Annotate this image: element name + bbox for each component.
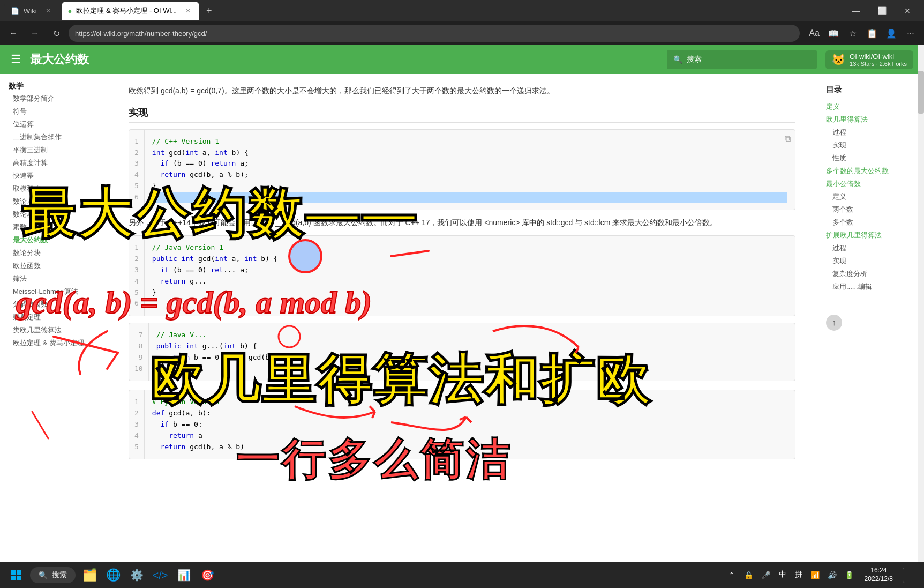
lang-pin-icon[interactable]: 拼 — [792, 568, 806, 583]
sidebar-item-factor[interactable]: 分解质因数 — [0, 298, 107, 311]
search-box[interactable]: 🔍 搜索 — [667, 50, 817, 69]
python-code-content: # Python Version def gcd(a, b): if b == … — [145, 390, 795, 459]
toc-item-definition[interactable]: 定义 — [826, 100, 915, 113]
toc-sub-multi-nums[interactable]: 多个数 — [826, 216, 915, 229]
sidebar-item-highprec[interactable]: 高精度计算 — [0, 157, 107, 169]
taskbar-right: ⌃ 🔒 🎤 中 拼 📶 🔊 🔋 16:24 2022/12/8 — [724, 565, 918, 584]
show-desktop[interactable] — [903, 568, 918, 583]
vpn-icon[interactable]: 🔒 — [741, 568, 756, 583]
github-info: OI-wiki/OI-wiki 13k Stars · 2.6k Forks — [850, 53, 907, 67]
sidebar-item-symbol[interactable]: 符号 — [0, 105, 107, 118]
toc-sub-property[interactable]: 性质 — [826, 152, 915, 165]
toc-sub-impl[interactable]: 实现 — [826, 139, 915, 152]
toc-sub-two-nums[interactable]: 两个数 — [826, 203, 915, 216]
toc-sub-process[interactable]: 过程 — [826, 126, 915, 139]
read-aloud-icon[interactable]: Aa — [805, 24, 823, 42]
taskbar-icon-app1[interactable]: 📊 — [174, 565, 193, 585]
cpp-line-numbers: 123456 — [129, 130, 145, 210]
hamburger-icon[interactable]: ☰ — [11, 53, 21, 66]
sidebar-item-sieve[interactable]: 筛法 — [0, 272, 107, 285]
collections-icon[interactable]: 📋 — [863, 24, 881, 42]
sidebar-item-intro[interactable]: 数学部分简介 — [0, 92, 107, 105]
address-bar[interactable]: https://oi-wiki.org/math/number-theory/g… — [69, 25, 800, 42]
content-area: 欧然得到 gcd(a,b) = gcd(0,7)。这里两个数的大小是不会增大的，… — [107, 74, 817, 588]
cpp-code-block: ⧉ 123456 // C++ Version 1 int gcd(int a,… — [129, 129, 795, 210]
toc-item-multi-gcd[interactable]: 多个数的最大公约数 — [826, 165, 915, 177]
battery-icon[interactable]: 🔋 — [842, 568, 857, 583]
toc-sub-ext-impl[interactable]: 实现 — [826, 255, 915, 267]
taskbar-icon-code[interactable]: </> — [151, 565, 170, 585]
start-button[interactable] — [6, 565, 26, 585]
sidebar-item-numbase[interactable]: 数论基础 — [0, 208, 107, 221]
clock-date: 2022/12/8 — [865, 575, 893, 584]
toc-sub-lcm-def[interactable]: 定义 — [826, 190, 915, 203]
svg-rect-8 — [11, 576, 16, 580]
sidebar-item-bitop[interactable]: 位运算 — [0, 118, 107, 131]
taskbar-search[interactable]: 🔍 搜索 — [30, 567, 76, 583]
taskbar-icon-files[interactable]: 🗂️ — [80, 565, 99, 585]
tab-wiki-close[interactable]: ✕ — [43, 6, 53, 16]
middle-text: 另外，对于 C++14，我们可能会使用自带的 __gcd(a,b) 函数求最大公… — [129, 217, 795, 229]
new-tab-button[interactable]: + — [201, 3, 216, 18]
sidebar-item-meissel[interactable]: Meissel-Lehmer 算法 — [0, 285, 107, 298]
tab-oi-favicon: ● — [68, 7, 72, 15]
clock[interactable]: 16:24 2022/12/8 — [861, 565, 896, 584]
page: ☰ 最大公约数 🔍 搜索 🐱 OI-wiki/OI-wiki 13k Stars… — [0, 45, 924, 588]
sidebar-item-divseg[interactable]: 数论分块 — [0, 247, 107, 259]
close-button[interactable]: ✕ — [895, 0, 920, 21]
java2-line-numbers: 78910 — [129, 323, 149, 381]
sidebar-item-prime[interactable]: 素数 — [0, 221, 107, 234]
tab-bar: 📄 Wiki ✕ ● 欧拉定理 & 赛马小定理 - OI Wi... ✕ + —… — [0, 0, 924, 21]
tab-wiki[interactable]: 📄 Wiki ✕ — [4, 2, 59, 20]
toc-sub-complexity[interactable]: 复杂度分析 — [826, 267, 915, 280]
profile-icon[interactable]: 👤 — [882, 24, 900, 42]
maximize-button[interactable]: ⬜ — [869, 0, 894, 21]
scroll-to-top[interactable]: ↑ — [826, 315, 842, 331]
scrollbar-thumb[interactable] — [918, 71, 924, 114]
sidebar-item-euclidext[interactable]: 类欧几里德算法 — [0, 324, 107, 337]
sidebar-item-gcd[interactable]: 最大公约数 — [0, 234, 107, 247]
tab-wiki-favicon: 📄 — [11, 7, 19, 15]
sidebar-item-numtheory[interactable]: 数论△ — [0, 195, 107, 208]
toc-sub-ext-process[interactable]: 过程 — [826, 242, 915, 255]
favorites-icon[interactable]: ☆ — [844, 24, 862, 42]
taskbar-icon-settings[interactable]: ⚙️ — [127, 565, 146, 585]
sidebar-item-binary[interactable]: 二进制集合操作 — [0, 131, 107, 144]
sidebar-item-euler[interactable]: 欧拉函数 — [0, 259, 107, 272]
wifi-icon[interactable]: 📶 — [808, 568, 823, 583]
sidebar-item-fastpow[interactable]: 快速幂 — [0, 169, 107, 182]
svg-rect-6 — [11, 570, 16, 575]
more-options-icon[interactable]: ··· — [902, 24, 920, 42]
copy-button-cpp[interactable]: ⧉ — [785, 134, 791, 144]
sidebar-item-balanced[interactable]: 平衡三进制 — [0, 144, 107, 157]
python-line-numbers: 12345 — [129, 390, 145, 459]
sidebar-item-modop[interactable]: 取模和排 — [0, 182, 107, 195]
browser-scrollbar[interactable] — [918, 45, 924, 562]
chevron-up-icon[interactable]: ⌃ — [724, 568, 739, 583]
toc-item-lcm[interactable]: 最小公倍数 — [826, 177, 915, 190]
reader-mode-icon[interactable]: 📖 — [824, 24, 843, 42]
minimize-button[interactable]: — — [844, 0, 868, 21]
mic-icon[interactable]: 🎤 — [758, 568, 773, 583]
java-code-block-1: 123456 // Java Version 1 public int gcd(… — [129, 235, 795, 316]
forward-button[interactable]: → — [26, 24, 44, 42]
github-name: OI-wiki/OI-wiki — [850, 53, 907, 61]
tab-oi-close[interactable]: ✕ — [183, 6, 193, 16]
clock-time: 16:24 — [865, 567, 893, 575]
toc-sub-app[interactable]: 应用......编辑 — [826, 280, 915, 293]
lang-zh-icon[interactable]: 中 — [776, 568, 790, 583]
sidebar-item-bezout[interactable]: 裴蜀定理 — [0, 311, 107, 324]
section-impl-title: 实现 — [129, 106, 795, 123]
sidebar-item-fermats[interactable]: 欧拉定理 & 费马小定理 — [0, 337, 107, 349]
taskbar-icon-app2[interactable]: 🎯 — [198, 565, 217, 585]
reload-button[interactable]: ↻ — [47, 24, 65, 42]
taskbar-icon-browser[interactable]: 🌐 — [103, 565, 123, 585]
github-link[interactable]: 🐱 OI-wiki/OI-wiki 13k Stars · 2.6k Forks — [825, 50, 913, 69]
browser-chrome: 📄 Wiki ✕ ● 欧拉定理 & 赛马小定理 - OI Wi... ✕ + —… — [0, 0, 924, 45]
toc-item-euclid[interactable]: 欧几里得算法 — [826, 113, 915, 126]
tab-oi[interactable]: ● 欧拉定理 & 赛马小定理 - OI Wi... ✕ — [62, 2, 200, 20]
toc-item-ext-euclid[interactable]: 扩展欧几里得算法 — [826, 229, 915, 242]
back-button[interactable]: ← — [4, 24, 22, 42]
volume-icon[interactable]: 🔊 — [825, 568, 840, 583]
tab-oi-label: 欧拉定理 & 赛马小定理 - OI Wi... — [76, 6, 177, 16]
